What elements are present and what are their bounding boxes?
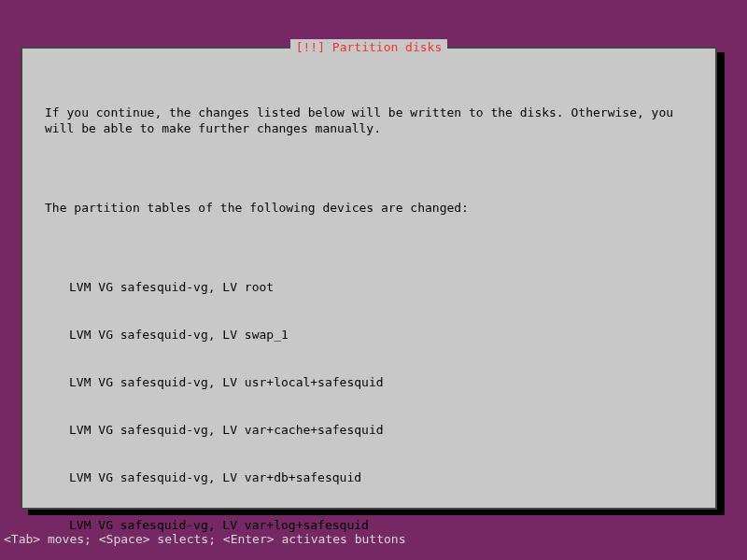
footer-help: <Tab> moves; <Space> selects; <Enter> ac…	[4, 531, 405, 547]
partition-dialog: [!!] Partition disks If you continue, th…	[21, 47, 717, 510]
list-item: LVM VG safesquid-vg, LV swap_1	[69, 327, 693, 343]
dialog-title-wrap: [!!] Partition disks	[22, 39, 715, 55]
list-item: LVM VG safesquid-vg, LV var+cache+safesq…	[69, 422, 693, 438]
changed-heading: The partition tables of the following de…	[45, 200, 693, 216]
intro-text: If you continue, the changes listed belo…	[45, 105, 693, 136]
list-item: LVM VG safesquid-vg, LV root	[69, 279, 693, 295]
dialog-content: If you continue, the changes listed belo…	[45, 73, 693, 560]
dialog-title: [!!] Partition disks	[290, 39, 448, 55]
list-item: LVM VG safesquid-vg, LV usr+local+safesq…	[69, 374, 693, 390]
list-item: LVM VG safesquid-vg, LV var+db+safesquid	[69, 469, 693, 485]
changed-list: LVM VG safesquid-vg, LV root LVM VG safe…	[45, 247, 693, 560]
